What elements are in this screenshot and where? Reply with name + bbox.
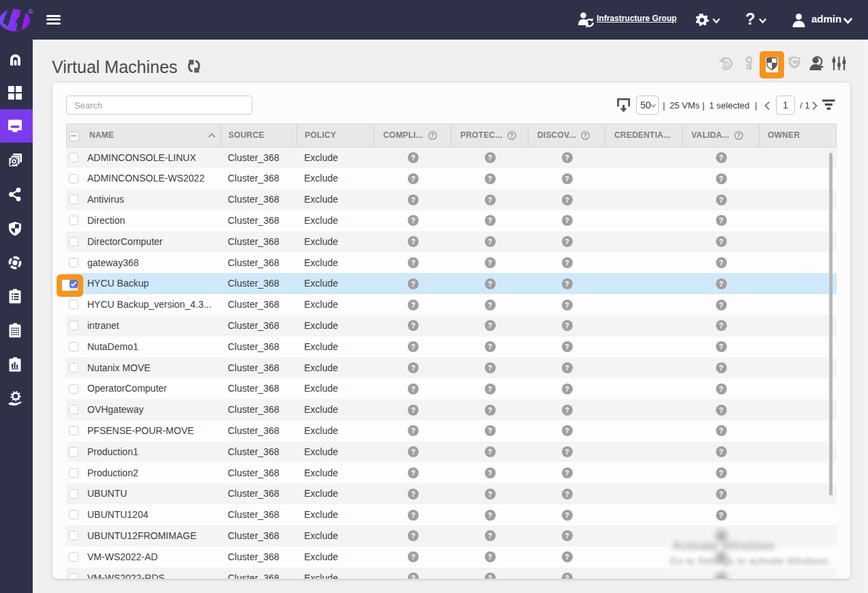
svg-text:?: ? <box>430 132 434 139</box>
svg-text:R: R <box>29 10 32 14</box>
svg-text:?: ? <box>736 132 740 139</box>
svg-text:?: ? <box>584 132 587 139</box>
svg-text:?: ? <box>510 132 513 139</box>
